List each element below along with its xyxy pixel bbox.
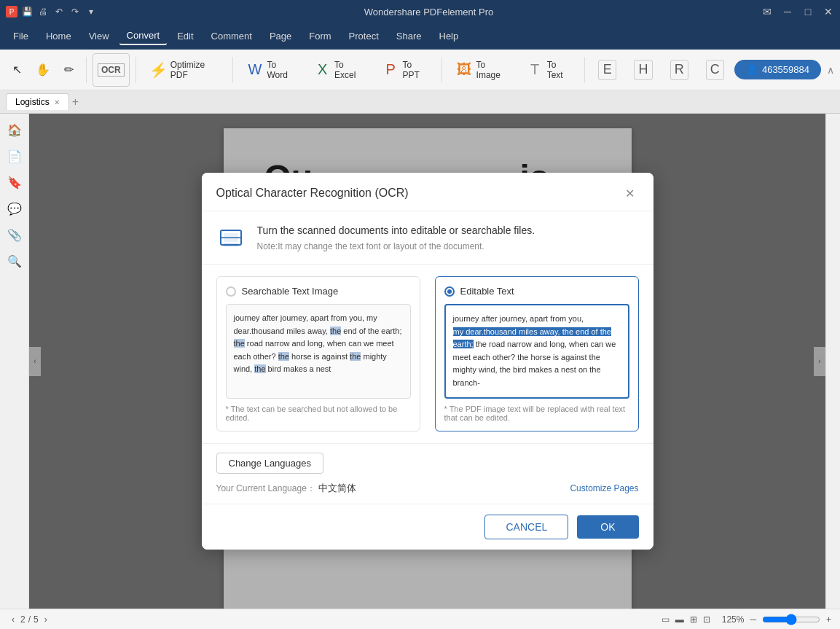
view-fit-icon[interactable]: ⊡ [703, 614, 710, 625]
menu-help[interactable]: Help [432, 28, 466, 44]
editable-preview: journey after journey, apart from you, m… [444, 304, 629, 399]
to-excel-btn[interactable]: X To Excel [306, 53, 371, 87]
to-text-btn[interactable]: T To Text [519, 53, 579, 87]
dialog-options: Searchable Text Image journey after jour… [202, 265, 653, 444]
menu-comment[interactable]: Comment [204, 28, 259, 44]
menu-page[interactable]: Page [262, 28, 299, 44]
text-icon: T [526, 60, 544, 80]
dialog-overlay: Optical Character Recognition (OCR) ✕ [29, 114, 825, 609]
editable-text-normal: journey after journey, apart from you, [453, 314, 584, 323]
toolbar: ↖ ✋ ✏ OCR ⚡ Optimize PDF W To Word X To … [0, 50, 840, 90]
user-id: 463559884 [762, 64, 809, 75]
zoom-out-btn[interactable]: ─ [750, 614, 756, 625]
sidebar-page-icon[interactable]: 📄 [4, 146, 25, 166]
cancel-button[interactable]: CANCEL [484, 515, 568, 539]
optimize-icon: ⚡ [149, 60, 168, 80]
left-sidebar: 🏠 📄 🔖 💬 📎 🔍 [0, 114, 29, 609]
menu-home[interactable]: Home [39, 28, 79, 44]
dialog-title: Optical Character Recognition (OCR) [216, 187, 409, 200]
ocr-label: OCR [98, 63, 125, 77]
option-searchable[interactable]: Searchable Text Image journey after jour… [216, 276, 420, 431]
view-two-icon[interactable]: ▬ [675, 614, 684, 625]
hand-tool-btn[interactable]: ✋ [31, 53, 55, 87]
radio-editable[interactable] [444, 286, 455, 297]
menu-convert[interactable]: Convert [119, 27, 168, 45]
sidebar-home-icon[interactable]: 🏠 [4, 120, 25, 140]
sidebar-comment-icon[interactable]: 💬 [4, 198, 25, 219]
status-bar: ‹ 2 / 5 › ▭ ▬ ⊞ ⊡ 125% ─ + [0, 609, 840, 629]
undo-icon[interactable]: ↶ [54, 7, 64, 17]
menu-share[interactable]: Share [389, 28, 429, 44]
zoom-slider[interactable] [762, 614, 820, 625]
dialog-footer: CANCEL OK [202, 504, 653, 550]
tab-logistics[interactable]: Logistics ✕ [6, 93, 69, 110]
menu-file[interactable]: File [6, 28, 36, 44]
main-area: 🏠 📄 🔖 💬 📎 🔍 ‹ Ou is Denis ople eamlined … [0, 114, 840, 609]
minimize-btn[interactable]: ─ [782, 6, 793, 17]
prev-page-btn[interactable]: ‹ [9, 614, 17, 625]
app-title: Wondershare PDFelement Pro [96, 7, 761, 17]
menu-view[interactable]: View [82, 28, 117, 44]
dialog-header: Optical Character Recognition (OCR) ✕ [202, 173, 653, 211]
separator-1 [86, 57, 87, 83]
ppt-icon: P [382, 60, 400, 80]
option-editable[interactable]: Editable Text journey after journey, apa… [435, 276, 639, 431]
separator-4 [441, 57, 442, 83]
zoom-in-btn[interactable]: + [826, 614, 831, 625]
dropdown-icon[interactable]: ▾ [86, 7, 96, 17]
optimize-pdf-btn[interactable]: ⚡ Optimize PDF [142, 53, 227, 87]
extra-icon-4: C [706, 60, 724, 80]
searchable-note: * The text can be searched but not allow… [226, 405, 411, 422]
sidebar-search-icon[interactable]: 🔍 [4, 251, 25, 271]
save-icon[interactable]: 💾 [22, 7, 32, 17]
ocr-btn[interactable]: OCR [93, 53, 130, 87]
highlight-the2: the [234, 339, 245, 348]
print-icon[interactable]: 🖨 [38, 7, 48, 17]
svg-rect-3 [224, 243, 238, 246]
add-tab-btn[interactable]: + [72, 95, 79, 109]
extra-btn-1[interactable]: E [591, 53, 624, 87]
maximize-btn[interactable]: □ [802, 6, 814, 17]
to-word-label: To Word [267, 60, 296, 80]
view-single-icon[interactable]: ▭ [662, 614, 670, 625]
change-languages-btn[interactable]: Change Languages [216, 453, 324, 474]
edit-tool-btn[interactable]: ✏ [58, 53, 80, 87]
dialog-description: Turn the scanned documents into editable… [202, 211, 653, 265]
to-ppt-label: To PPT [403, 60, 428, 80]
hand-icon: ✋ [36, 63, 50, 77]
menu-edit[interactable]: Edit [170, 28, 200, 44]
to-excel-label: To Excel [334, 60, 364, 80]
extra-btn-3[interactable]: R [663, 53, 696, 87]
extra-btn-4[interactable]: C [699, 53, 731, 87]
user-btn[interactable]: 👤 463559884 [734, 60, 821, 79]
status-right: ▭ ▬ ⊞ ⊡ 125% ─ + [662, 614, 831, 625]
radio-dot [447, 289, 452, 294]
collapse-btn[interactable]: ∧ [827, 64, 834, 76]
title-bar: P 💾 🖨 ↶ ↷ ▾ Wondershare PDFelement Pro ✉… [0, 0, 840, 23]
image-icon: 🖼 [455, 60, 474, 80]
customize-pages-link[interactable]: Customize Pages [570, 483, 638, 493]
dialog-close-btn[interactable]: ✕ [621, 184, 639, 202]
ocr-dialog: Optical Character Recognition (OCR) ✕ [202, 173, 653, 550]
menu-protect[interactable]: Protect [342, 28, 386, 44]
sidebar-bookmark-icon[interactable]: 🔖 [4, 172, 25, 192]
next-page-btn[interactable]: › [42, 614, 50, 625]
highlight-the1: the [330, 327, 341, 335]
redo-icon[interactable]: ↷ [70, 7, 80, 17]
extra-btn-2[interactable]: H [627, 53, 659, 87]
select-tool-btn[interactable]: ↖ [6, 53, 28, 87]
ok-button[interactable]: OK [577, 515, 638, 539]
to-word-btn[interactable]: W To Word [238, 53, 303, 87]
tab-close-btn[interactable]: ✕ [54, 98, 60, 106]
menu-form[interactable]: Form [302, 28, 338, 44]
to-ppt-btn[interactable]: P To PPT [374, 53, 436, 87]
view-grid-icon[interactable]: ⊞ [690, 614, 697, 625]
email-icon[interactable]: ✉ [761, 6, 773, 17]
to-image-btn[interactable]: 🖼 To Image [448, 53, 516, 87]
tab-bar: Logistics ✕ + [0, 90, 840, 114]
separator-5 [584, 57, 585, 83]
close-btn[interactable]: ✕ [823, 6, 834, 17]
sidebar-attach-icon[interactable]: 📎 [4, 224, 25, 245]
radio-searchable[interactable] [226, 286, 236, 297]
to-text-label: To Text [547, 60, 572, 80]
